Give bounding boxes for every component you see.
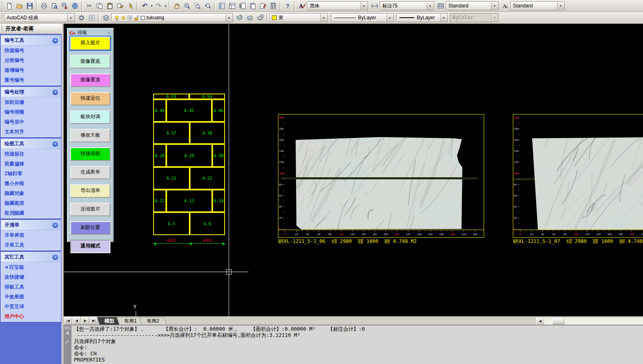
command-window-titlebar[interactable]: ✕ <box>64 325 71 364</box>
toolbar-grip[interactable] <box>1 1 3 10</box>
tab-last-icon[interactable]: ▶| <box>90 317 98 324</box>
paiban-palette[interactable]: Gs 排板 ✕ 插入图片图像置底图像置顶快速定位板块对调修改大板快速排版生成表单… <box>67 28 114 242</box>
palette-button[interactable]: 快速排版 <box>70 147 110 161</box>
text-style-combo[interactable]: Standard▼ <box>510 1 565 10</box>
redo-icon[interactable]: ↷ <box>154 1 164 11</box>
palette-button[interactable]: 通用模式 <box>70 240 110 253</box>
palette-button[interactable]: 修改大板 <box>70 129 110 142</box>
dropdown-arrow-icon[interactable]: ▼ <box>361 2 367 9</box>
workspace-settings-icon[interactable] <box>76 13 87 23</box>
match-properties-icon[interactable] <box>115 1 125 11</box>
cut-icon[interactable]: ✂ <box>84 1 94 11</box>
slab-cell[interactable]: A-21 <box>153 167 190 190</box>
table-style-combo[interactable]: Standard▼ <box>446 1 498 10</box>
slab-cell[interactable]: A-29 <box>166 144 212 167</box>
drag-handle-icon[interactable] <box>1 25 3 32</box>
sidebar-item[interactable]: 隐藏对象 <box>1 188 60 198</box>
horizontal-scrollbar[interactable]: ◀ <box>535 318 643 325</box>
layer-unlock-icon[interactable] <box>133 15 140 21</box>
undo-dropdown-icon[interactable]: ▼ <box>150 5 154 7</box>
slab-cell[interactable]: A-22 <box>190 167 225 190</box>
linetype-combo[interactable]: ByLayer ▼ <box>331 13 394 22</box>
scrollbar-thumb[interactable] <box>552 318 565 325</box>
sidebar-section-header[interactable]: 开清单« <box>1 220 60 230</box>
dropdown-arrow-icon[interactable]: ▼ <box>491 2 498 9</box>
sidebar-item[interactable]: 排板工具 <box>1 282 60 292</box>
help-icon[interactable]: ? <box>282 1 293 11</box>
slab-image-frame[interactable]: 0204060801001201401601802000204060801001… <box>513 114 643 238</box>
text-style-icon[interactable]: A <box>500 1 510 11</box>
sidebar-item[interactable]: 文本对齐 <box>1 127 60 137</box>
layer-previous-icon[interactable] <box>255 13 265 23</box>
zoom-previous-icon[interactable] <box>202 1 213 11</box>
print-preview-icon[interactable] <box>49 1 60 11</box>
layer-vp-freeze-icon[interactable] <box>127 15 133 21</box>
sidebar-section-header[interactable]: 编号工具« <box>1 36 60 46</box>
sidebar-item[interactable]: 用户中心 <box>1 311 60 321</box>
sidebar-section-header[interactable]: 绘图工具« <box>1 139 60 149</box>
slab-cell[interactable]: A-13 <box>166 190 212 212</box>
layer-color-swatch[interactable] <box>140 15 146 21</box>
slab-cell[interactable]: A-38 <box>190 122 225 144</box>
dropdown-arrow-icon[interactable]: ▼ <box>427 2 433 9</box>
palette-button[interactable]: 压缩图片 <box>70 203 110 216</box>
tab-layout[interactable]: 布局2 <box>139 317 167 325</box>
collapse-chevron-icon[interactable]: « <box>52 89 59 96</box>
slab-cell[interactable]: A-45 <box>166 99 212 122</box>
layer-on-icon[interactable] <box>114 15 120 21</box>
drawing-canvas[interactable]: Gs 排板 ✕ 插入图片图像置底图像置顶快速定位板块对调修改大板快速排版生成表单… <box>64 24 643 316</box>
zoom-window-icon[interactable] <box>192 1 202 11</box>
sidebar-item[interactable]: 快速编号 <box>1 46 60 55</box>
slab-cell[interactable]: A-12 <box>153 190 166 212</box>
collapse-chevron-icon[interactable]: « <box>52 140 59 147</box>
sidebar-item[interactable]: 开单界面 <box>1 230 60 240</box>
layer-combo[interactable]: tukuang ▼ <box>111 13 233 22</box>
tab-next-icon[interactable]: ▶ <box>81 317 89 324</box>
slab-cell[interactable]: A-30 <box>212 144 225 167</box>
undo-icon[interactable]: ↶ <box>140 1 150 11</box>
dropdown-arrow-icon[interactable]: ▼ <box>386 14 393 21</box>
sidebar-item[interactable]: 改快捷键 <box>1 272 60 282</box>
wrench-icon[interactable] <box>65 339 70 344</box>
palette-button[interactable]: 图像置底 <box>70 55 110 69</box>
slab-cell[interactable]: A-37 <box>153 122 190 144</box>
sidebar-item[interactable]: 快速标注 <box>1 149 60 159</box>
collapse-chevron-icon[interactable]: « <box>52 254 59 261</box>
collapse-chevron-icon[interactable]: « <box>52 222 59 229</box>
properties-palette-icon[interactable] <box>217 1 227 11</box>
sidebar-section-header[interactable]: 其它工具« <box>1 252 60 262</box>
sidebar-title[interactable]: 开发者-老蒋 <box>0 24 62 34</box>
sidebar-item[interactable]: 递增编号 <box>1 65 60 75</box>
publish-icon[interactable] <box>60 1 70 11</box>
dim-style-icon[interactable] <box>370 1 380 11</box>
palette-button[interactable]: 插入图片 <box>70 37 110 50</box>
sheetset-manager-icon[interactable] <box>248 1 258 11</box>
dropdown-arrow-icon[interactable]: ▼ <box>225 14 232 21</box>
dropdown-arrow-icon[interactable]: ▼ <box>320 14 327 21</box>
sidebar-item[interactable]: 批量偏移 <box>1 159 60 169</box>
layer-states-icon[interactable] <box>234 13 245 23</box>
slab-cell[interactable]: A-46 <box>212 99 225 122</box>
palette-button[interactable]: 板块对调 <box>70 110 110 124</box>
toolbar-grip[interactable] <box>1 13 3 22</box>
slab-cell[interactable]: A-5 <box>153 212 190 235</box>
slab-image-frame[interactable]: 0204060801001201401601802000204060801001… <box>278 114 484 238</box>
save-icon[interactable] <box>25 1 35 11</box>
dim-style-combo[interactable]: 标注75▼ <box>380 1 434 10</box>
lineweight-combo[interactable]: ByLayer ▼ <box>396 13 448 22</box>
layer-thaw-icon[interactable] <box>120 15 126 21</box>
sidebar-item[interactable]: 开单工具 <box>1 240 60 250</box>
copy-icon[interactable] <box>94 1 105 11</box>
open-file-icon[interactable] <box>14 1 25 11</box>
slab-cell[interactable]: A-14 <box>212 190 225 212</box>
collapse-chevron-icon[interactable]: « <box>52 37 59 44</box>
markup-set-icon[interactable] <box>258 1 268 11</box>
slab-cell[interactable]: A-44 <box>153 99 166 122</box>
sidebar-item[interactable]: 分类编号 <box>1 55 60 65</box>
new-file-icon[interactable] <box>4 1 14 11</box>
palette-titlebar[interactable]: Gs 排板 ✕ <box>68 29 113 37</box>
sidebar-item[interactable]: 重号编号 <box>1 75 60 85</box>
globe-transmit-icon[interactable] <box>70 1 80 11</box>
dropdown-arrow-icon[interactable]: ▼ <box>440 14 447 21</box>
make-object-layer-current-icon[interactable] <box>245 13 255 23</box>
